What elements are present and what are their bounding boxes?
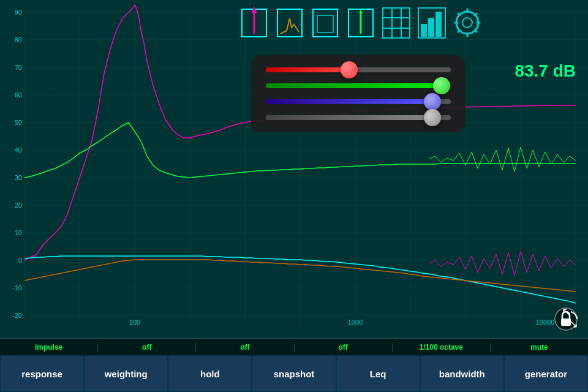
svg-line-74 xyxy=(475,30,477,32)
slider-panel xyxy=(251,55,466,132)
svg-line-73 xyxy=(458,13,460,15)
blue-slider-row xyxy=(266,99,451,104)
svg-text:30: 30 xyxy=(15,174,22,181)
svg-text:80: 80 xyxy=(15,36,22,43)
svg-text:1000: 1000 xyxy=(348,318,363,326)
svg-rect-65 xyxy=(429,18,434,36)
leq-button[interactable]: Leq xyxy=(336,355,420,392)
arrow-down-right-icon: ↘ xyxy=(569,317,578,331)
svg-point-68 xyxy=(462,18,472,28)
blue-slider-track[interactable] xyxy=(266,99,451,104)
weighting-button[interactable]: weighting xyxy=(84,355,168,392)
red-slider-track[interactable] xyxy=(266,67,451,72)
spectrum-orange-icon[interactable] xyxy=(274,6,305,40)
gray-slider-row xyxy=(266,115,451,120)
status-mute: mute xyxy=(491,343,588,352)
svg-rect-66 xyxy=(436,12,441,36)
svg-line-76 xyxy=(475,13,477,15)
button-bar: response weighting hold snapshot Leq ban… xyxy=(0,355,588,392)
svg-text:50: 50 xyxy=(15,119,22,126)
status-octave: 1/100 octave xyxy=(393,343,491,352)
svg-text:10: 10 xyxy=(15,229,22,236)
status-off-1: off xyxy=(98,343,196,352)
toolbar xyxy=(233,6,588,40)
generator-button[interactable]: generator xyxy=(504,355,588,392)
svg-text:70: 70 xyxy=(15,64,22,71)
svg-rect-0 xyxy=(0,0,588,331)
svg-text:60: 60 xyxy=(15,91,22,99)
status-impulse: impulse xyxy=(0,343,98,352)
svg-text:10000: 10000 xyxy=(536,318,555,326)
svg-text:-20: -20 xyxy=(12,312,22,319)
red-slider-row xyxy=(266,67,451,72)
bar-chart-icon[interactable] xyxy=(417,6,447,40)
grid-icon[interactable] xyxy=(381,6,412,40)
settings-icon[interactable] xyxy=(452,6,483,40)
svg-text:40: 40 xyxy=(15,146,22,154)
green-slider-row xyxy=(266,83,451,88)
svg-text:0: 0 xyxy=(18,257,22,264)
chart-area: 90 80 70 60 50 40 30 20 10 0 -10 -20 100… xyxy=(0,0,588,331)
bandwidth-button[interactable]: bandwidth xyxy=(420,355,504,392)
spectrum-pink-icon[interactable] xyxy=(239,6,270,40)
svg-text:100: 100 xyxy=(129,318,140,326)
hold-button[interactable]: hold xyxy=(168,355,252,392)
spectrum-green-icon[interactable] xyxy=(345,6,376,40)
svg-rect-64 xyxy=(421,24,426,36)
response-button[interactable]: response xyxy=(0,355,84,392)
svg-marker-57 xyxy=(359,9,363,13)
svg-rect-52 xyxy=(277,9,302,37)
green-slider-track[interactable] xyxy=(266,83,451,88)
status-off-2: off xyxy=(196,343,294,352)
svg-text:20: 20 xyxy=(15,202,22,209)
spectrum-outline-icon[interactable] xyxy=(310,6,341,40)
snapshot-button[interactable]: snapshot xyxy=(252,355,336,392)
status-off-3: off xyxy=(295,343,393,352)
svg-rect-54 xyxy=(317,15,333,32)
svg-text:-10: -10 xyxy=(12,284,22,292)
db-reading: 83.7 dB xyxy=(514,61,576,81)
arrow-up-left-icon: ↖ xyxy=(562,305,571,318)
status-bar: impulse off off off 1/100 octave mute xyxy=(0,338,588,355)
svg-rect-58 xyxy=(383,8,410,38)
svg-line-75 xyxy=(458,30,460,32)
svg-text:90: 90 xyxy=(15,9,22,16)
gray-slider-track[interactable] xyxy=(266,115,451,120)
